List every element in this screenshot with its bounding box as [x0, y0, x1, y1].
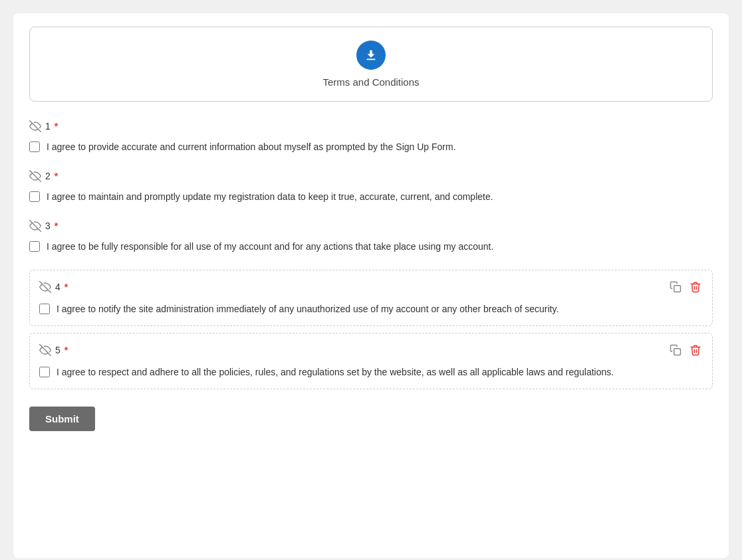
checkbox-row-5: I agree to respect and adhere to all the… [39, 365, 703, 379]
checkbox-2[interactable] [29, 191, 40, 202]
header-title: Terms and Conditions [322, 76, 419, 88]
required-star-4: * [64, 282, 68, 292]
svg-rect-6 [674, 349, 681, 355]
question-header-3: 3* [29, 220, 713, 232]
question-header-5: 5* [39, 343, 703, 357]
required-star-5: * [64, 345, 68, 355]
question-header-4: 4* [39, 280, 703, 294]
required-star-1: * [55, 121, 58, 132]
checkbox-3[interactable] [29, 241, 40, 252]
checkbox-row-4: I agree to notify the site administratio… [39, 302, 703, 316]
checkbox-label-3: I agree to be fully responsible for all … [47, 240, 493, 254]
submit-button[interactable]: Submit [29, 407, 95, 431]
eye-icon [29, 170, 41, 182]
question-actions-4 [668, 280, 703, 294]
header-card: Terms and Conditions [29, 27, 713, 102]
checkbox-row-3: I agree to be fully responsible for all … [29, 240, 713, 254]
question-number-1: 1 [45, 121, 51, 132]
eye-icon [29, 120, 41, 132]
question-number-3: 3 [45, 221, 51, 231]
question-actions-5 [668, 343, 703, 357]
questions-container: 1*I agree to provide accurate and curren… [29, 120, 713, 389]
eye-icon [39, 344, 51, 356]
download-icon [356, 41, 386, 70]
checkbox-5[interactable] [39, 367, 50, 377]
checkbox-4[interactable] [39, 304, 50, 314]
page-container: Terms and Conditions 1*I agree to provid… [13, 13, 729, 558]
checkbox-label-2: I agree to maintain and promptly update … [47, 190, 493, 204]
eye-icon [29, 220, 41, 232]
required-star-2: * [55, 171, 58, 181]
question-section-5: 5* I agree to respect and adhere to all … [29, 333, 713, 389]
question-section-2: 2*I agree to maintain and promptly updat… [29, 170, 713, 204]
question-number-5: 5 [55, 345, 61, 355]
question-header-2: 2* [29, 170, 713, 182]
question-section-1: 1*I agree to provide accurate and curren… [29, 120, 713, 154]
checkbox-1[interactable] [29, 141, 40, 152]
svg-rect-4 [674, 286, 681, 292]
eye-icon [39, 281, 51, 293]
checkbox-label-4: I agree to notify the site administratio… [57, 302, 558, 316]
question-label-3: 3* [29, 220, 58, 232]
required-star-3: * [55, 221, 58, 231]
delete-button-4[interactable] [688, 280, 703, 294]
checkbox-label-5: I agree to respect and adhere to all the… [57, 365, 614, 379]
checkbox-label-1: I agree to provide accurate and current … [47, 140, 456, 154]
question-label-5: 5* [39, 344, 68, 356]
copy-button-5[interactable] [668, 343, 683, 357]
question-number-2: 2 [45, 171, 51, 181]
delete-button-5[interactable] [688, 343, 703, 357]
question-label-4: 4* [39, 281, 68, 293]
question-section-3: 3*I agree to be fully responsible for al… [29, 220, 713, 254]
question-label-1: 1* [29, 120, 58, 132]
question-number-4: 4 [55, 282, 61, 292]
question-header-1: 1* [29, 120, 713, 132]
question-label-2: 2* [29, 170, 58, 182]
checkbox-row-1: I agree to provide accurate and current … [29, 140, 713, 154]
copy-button-4[interactable] [668, 280, 683, 294]
checkbox-row-2: I agree to maintain and promptly update … [29, 190, 713, 204]
question-section-4: 4* I agree to notify the site administra… [29, 270, 713, 326]
